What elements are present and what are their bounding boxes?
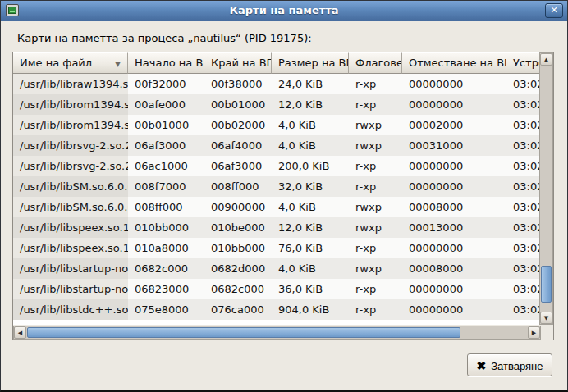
column-header-2[interactable]: Край на ВП — [204, 52, 272, 74]
cell-end: 076ca000 — [204, 299, 272, 320]
cell-file: /usr/lib/librsvg-2.so.2 — [13, 156, 128, 176]
table-row[interactable]: /usr/lib/libspeex.so.1010bb000010be00012… — [13, 217, 539, 238]
cell-file: /usr/lib/libstartup-not — [13, 279, 128, 299]
cell-start: 06ac1000 — [128, 156, 204, 176]
column-header-5[interactable]: Отместване на ВП — [402, 52, 506, 74]
cell-flags: r-xp — [349, 176, 402, 197]
cell-size: 4,0 KiB — [272, 197, 349, 217]
cell-size: 36,0 KiB — [272, 279, 349, 299]
cell-start: 010a8000 — [128, 238, 204, 258]
cell-device: 03:02 — [506, 217, 539, 238]
cell-end: 010bb000 — [204, 238, 272, 258]
cell-offset: 00000000 — [402, 94, 506, 115]
cell-end: 010be000 — [204, 217, 272, 238]
cell-end: 06af3000 — [204, 156, 272, 176]
cell-start: 00f32000 — [128, 74, 204, 94]
table-row[interactable]: /usr/lib/libspeex.so.1010a8000010bb00076… — [13, 238, 539, 258]
scroll-down-icon[interactable]: ▼ — [540, 312, 552, 324]
cell-flags: r-xp — [349, 299, 402, 320]
table-row[interactable]: /usr/lib/librsvg-2.so.206ac100006af30002… — [13, 156, 539, 176]
cell-start: 00afe000 — [128, 94, 204, 115]
cell-end: 0682d000 — [204, 258, 272, 279]
cell-flags: r-xp — [349, 156, 402, 176]
cell-start: 010bb000 — [128, 217, 204, 238]
cell-device: 03:02 — [506, 197, 539, 217]
scroll-left-icon[interactable]: ◀ — [14, 326, 26, 339]
cell-device: 03:02 — [506, 279, 539, 299]
cell-size: 904,0 KiB — [272, 299, 349, 320]
cell-start: 008f7000 — [128, 176, 204, 197]
cell-size: 24,0 KiB — [272, 74, 349, 94]
table-row[interactable]: /usr/lib/libSM.so.6.0.0008ff000009000004… — [13, 197, 539, 217]
cell-offset: 00008000 — [402, 258, 506, 279]
column-header-4[interactable]: Флагове — [349, 52, 402, 74]
cell-size: 32,0 KiB — [272, 176, 349, 197]
cell-end: 0682c000 — [204, 279, 272, 299]
column-header-3[interactable]: Размер на ВП — [272, 52, 349, 74]
table-row[interactable]: /usr/lib/libstartup-not068230000682c0003… — [13, 279, 539, 299]
cell-device: 03:02 — [506, 176, 539, 197]
cell-size: 4,0 KiB — [272, 115, 349, 135]
cell-start: 06af3000 — [128, 135, 204, 156]
column-header-0[interactable]: Име на файл▼ — [13, 52, 128, 74]
cell-file: /usr/lib/librom1394.so — [13, 115, 128, 135]
cell-end: 06af4000 — [204, 135, 272, 156]
column-header-1[interactable]: Начало на ВП — [128, 52, 204, 74]
cell-end: 00b02000 — [204, 115, 272, 135]
cell-size: 200,0 KiB — [272, 156, 349, 176]
cell-device: 03:02 — [506, 74, 539, 94]
window-close-icon[interactable]: ✕ — [545, 3, 563, 18]
cell-file: /usr/lib/libstdc++.so. — [13, 299, 128, 320]
close-button[interactable]: ✖Затваряне — [467, 353, 552, 376]
cell-file: /usr/lib/libspeex.so.1 — [13, 217, 128, 238]
cell-start: 008ff000 — [128, 197, 204, 217]
cell-flags: r-xp — [349, 94, 402, 115]
horizontal-scrollbar-thumb[interactable] — [27, 327, 460, 338]
cell-offset: 00000000 — [402, 279, 506, 299]
cell-flags: rwxp — [349, 258, 402, 279]
table-row[interactable]: /usr/lib/librom1394.so00b0100000b020004,… — [13, 115, 539, 135]
process-maps-label: Карти на паметта за процеса „nautilus“ (… — [17, 32, 312, 44]
cell-offset: 00000000 — [402, 74, 506, 94]
cell-file: /usr/lib/libspeex.so.1 — [13, 238, 128, 258]
cell-end: 00900000 — [204, 197, 272, 217]
horizontal-scrollbar[interactable]: ◀ ▶ — [13, 326, 541, 340]
memory-maps-table: Име на файл▼Начало на ВПКрай на ВПРазмер… — [13, 52, 539, 325]
window-title: Карти на паметта — [1, 4, 567, 16]
scroll-up-icon[interactable]: ▲ — [540, 53, 552, 66]
cell-size: 76,0 KiB — [272, 238, 349, 258]
cell-device: 03:02 — [506, 238, 539, 258]
cell-offset: 00013000 — [402, 217, 506, 238]
cell-offset: 00031000 — [402, 135, 506, 156]
cell-file: /usr/lib/libSM.so.6.0.0 — [13, 197, 128, 217]
table-row[interactable]: /usr/lib/libraw1394.so00f3200000f3800024… — [13, 74, 539, 94]
close-x-icon: ✖ — [476, 359, 486, 372]
cell-device: 03:02 — [506, 156, 539, 176]
cell-size: 4,0 KiB — [272, 135, 349, 156]
column-header-6[interactable]: Устройство — [506, 52, 539, 74]
cell-size: 4,0 KiB — [272, 258, 349, 279]
cell-end: 00f38000 — [204, 74, 272, 94]
scroll-right-icon[interactable]: ▶ — [528, 326, 540, 339]
cell-file: /usr/lib/librsvg-2.so.2 — [13, 135, 128, 156]
vertical-scrollbar[interactable]: ▲ ▼ — [539, 52, 553, 325]
cell-flags: r-xp — [349, 238, 402, 258]
memory-maps-frame: Име на файл▼Начало на ВПКрай на ВПРазмер… — [12, 52, 554, 340]
vertical-scrollbar-thumb[interactable] — [541, 266, 552, 303]
cell-flags: rwxp — [349, 135, 402, 156]
cell-offset: 00000000 — [402, 156, 506, 176]
cell-file: /usr/lib/librom1394.so — [13, 94, 128, 115]
cell-offset: 00000000 — [402, 238, 506, 258]
cell-file: /usr/lib/libstartup-not — [13, 258, 128, 279]
cell-offset: 00000000 — [402, 176, 506, 197]
cell-start: 00b01000 — [128, 115, 204, 135]
table-row[interactable]: /usr/lib/libSM.so.6.0.0008f7000008ff0003… — [13, 176, 539, 197]
table-row[interactable]: /usr/lib/librom1394.so00afe00000b0100012… — [13, 94, 539, 115]
cell-device: 03:02 — [506, 94, 539, 115]
table-row[interactable]: /usr/lib/libstdc++.so.075e8000076ca00090… — [13, 299, 539, 320]
cell-flags: rwxp — [349, 197, 402, 217]
table-row[interactable]: /usr/lib/librsvg-2.so.206af300006af40004… — [13, 135, 539, 156]
table-row[interactable]: /usr/lib/libstartup-not0682c0000682d0004… — [13, 258, 539, 279]
titlebar[interactable]: Карти на паметта ✕ — [1, 1, 567, 21]
cell-device: 03:02 — [506, 115, 539, 135]
